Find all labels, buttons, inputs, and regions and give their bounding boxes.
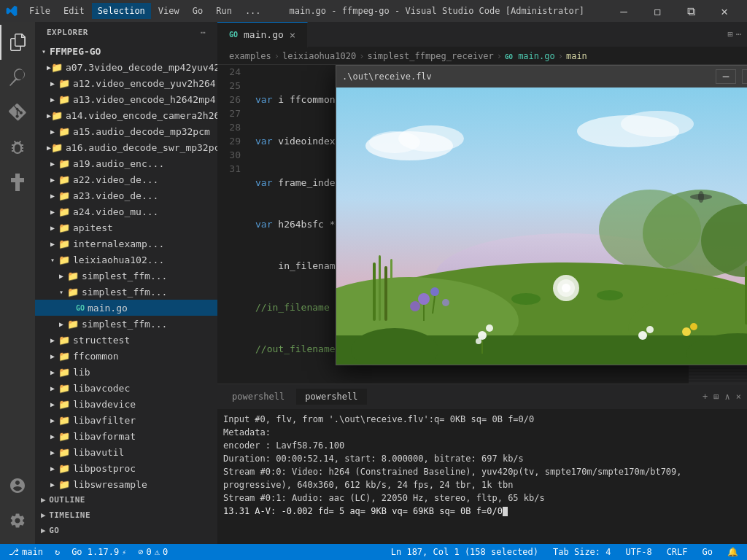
breadcrumb-part-3[interactable]: GO main.go	[505, 51, 555, 61]
list-item[interactable]: ▶📁 a24.video_mu...	[35, 203, 217, 219]
terminal-add-btn[interactable]: +	[703, 392, 708, 402]
more-actions-icon[interactable]: ⋯	[736, 29, 741, 39]
warning-count: 0	[163, 547, 168, 557]
list-item[interactable]: ▶📁 a19.audio_enc...	[35, 155, 217, 171]
sidebar-tree: ▾ FFMPEG-GO ▶📁 a07.3video_decode_mp42yuv…	[35, 43, 217, 544]
list-item[interactable]: ▶📁 lib	[35, 364, 217, 380]
floating-video-window[interactable]: .\out\receive.flv ─ □ ×	[336, 65, 747, 365]
activity-extensions[interactable]	[0, 165, 35, 200]
go-section[interactable]: ▶ GO	[35, 523, 217, 538]
menu-selection[interactable]: Selection	[92, 3, 151, 19]
menu-run[interactable]: Run	[210, 3, 238, 19]
list-item[interactable]: ▶📁 a22.video_de...	[35, 171, 217, 187]
list-item[interactable]: ▶📁 a12.video_encode_yuv2h264	[35, 75, 217, 91]
menu-edit[interactable]: Edit	[58, 3, 90, 19]
menu-go[interactable]: Go	[187, 3, 209, 19]
outline-section[interactable]: ▶ OUTLINE	[35, 492, 217, 508]
timeline-section[interactable]: ▶ TIMELINE	[35, 508, 217, 523]
list-item[interactable]: ▶📁 simplest_ffm...	[35, 316, 217, 332]
list-item[interactable]: ▶📁 ffcommon	[35, 348, 217, 364]
terminal-tabs: powershell powershell + ⊞ ∧ ×	[217, 384, 747, 410]
sidebar: EXPLORER ⋯ ▾ FFMPEG-GO ▶📁 a07.3video_dec…	[35, 22, 217, 544]
list-item[interactable]: ▾📁 simplest_ffm...	[35, 284, 217, 300]
branch-name: main	[22, 547, 43, 557]
sidebar-header-actions[interactable]: ⋯	[201, 28, 206, 37]
line-numbers: 24 25 26 27 28 29 30 31	[217, 65, 252, 384]
video-player	[336, 88, 747, 365]
menu-view[interactable]: View	[152, 3, 185, 19]
cursor-position[interactable]: Ln 187, Col 1 (158 selected)	[388, 544, 541, 560]
list-item[interactable]: ▶📁 libavformat	[35, 428, 217, 444]
activity-explorer[interactable]	[0, 25, 35, 60]
svg-point-35	[690, 323, 697, 330]
terminal-split-btn[interactable]: ⊞	[713, 392, 719, 402]
errors-indicator[interactable]: ⊘ 0 ⚠ 0	[135, 544, 171, 560]
go-version[interactable]: Go 1.17.9 ⚡	[69, 544, 129, 560]
encoding-indicator[interactable]: UTF-8	[623, 544, 655, 560]
list-item[interactable]: ▶📁 libavdevice	[35, 396, 217, 412]
branch-indicator[interactable]: ⎇ main	[6, 544, 46, 560]
notification-bell[interactable]: 🔔	[724, 544, 741, 560]
terminal-kill-btn[interactable]: ∧	[725, 392, 730, 402]
menu-more[interactable]: ...	[239, 3, 267, 19]
close-button[interactable]: ✕	[708, 0, 741, 22]
terminal-tab-2[interactable]: powershell	[296, 389, 366, 405]
terminal-content[interactable]: Input #0, flv, from '.\out\receive.flv':…	[217, 410, 747, 544]
list-item[interactable]: ▶📁 internalexamp...	[35, 236, 217, 252]
editor-area: GO main.go × ⊞ ⋯ examples › leixiaohua10…	[217, 22, 747, 544]
svg-rect-19	[390, 259, 392, 321]
tab-close[interactable]: ×	[290, 29, 295, 41]
list-item[interactable]: ▶📁 libavcodec	[35, 380, 217, 396]
terminal-line: Stream #0:1: Audio: aac (LC), 22050 Hz, …	[223, 491, 741, 505]
list-item[interactable]: ▶📁 a13.video_encode_h2642mp4	[35, 91, 217, 107]
activity-git[interactable]	[0, 95, 35, 130]
breadcrumb-part-4[interactable]: main	[566, 51, 587, 61]
tab-size-indicator[interactable]: Tab Size: 4	[550, 544, 614, 560]
breadcrumb-part-1[interactable]: leixiaohua1020	[282, 51, 356, 61]
floating-maximize-btn[interactable]: □	[742, 69, 747, 84]
list-item[interactable]: ▾📁 leixiaohua102...	[35, 252, 217, 268]
svg-point-11	[599, 190, 701, 270]
minimize-button[interactable]: ‒	[607, 0, 640, 22]
activity-accounts[interactable]	[0, 468, 35, 503]
list-item[interactable]: ▶📁 a14.video_encode_camera2h264	[35, 107, 217, 123]
tree-file-main-go[interactable]: ▶ GO main.go	[35, 300, 217, 316]
language-indicator[interactable]: Go	[700, 544, 716, 560]
list-item[interactable]: ▶📁 a23.video_de...	[35, 187, 217, 203]
svg-point-5	[621, 111, 694, 137]
floating-minimize-btn[interactable]: ─	[716, 69, 736, 84]
activity-search[interactable]	[0, 60, 35, 95]
list-item[interactable]: ▶📁 libswresample	[35, 476, 217, 492]
breadcrumb-part-0[interactable]: examples	[229, 51, 271, 61]
tree-root[interactable]: ▾ FFMPEG-GO	[35, 43, 217, 59]
sync-indicator[interactable]: ↻	[52, 544, 63, 560]
menu-bar: File Edit Selection View Go Run ...	[23, 3, 267, 19]
tab-bar: GO main.go × ⊞ ⋯	[217, 22, 747, 47]
list-item[interactable]: ▶📁 simplest_ffm...	[35, 268, 217, 284]
menu-file[interactable]: File	[23, 3, 56, 19]
list-item[interactable]: ▶📁 a15.audio_decode_mp32pcm	[35, 123, 217, 139]
breadcrumb-part-2[interactable]: simplest_ffmpeg_receiver	[367, 51, 493, 61]
line-ending-indicator[interactable]: CRLF	[664, 544, 691, 560]
restore-button[interactable]: ⧉	[674, 0, 708, 22]
list-item[interactable]: ▶📁 structtest	[35, 332, 217, 348]
tab-bar-actions: ⊞ ⋯	[728, 29, 747, 39]
activity-settings[interactable]	[0, 503, 35, 538]
list-item[interactable]: ▶📁 libavfilter	[35, 412, 217, 428]
list-item[interactable]: ▶📁 libavutil	[35, 444, 217, 460]
code-editor[interactable]: 24 25 26 27 28 29 30 31 var i ffcommon.F…	[217, 65, 747, 384]
tab-label: main.go	[244, 29, 284, 40]
list-item[interactable]: ▶📁 a07.3video_decode_mp42yuv420sp	[35, 59, 217, 75]
list-item[interactable]: ▶📁 a16.audio_decode_swr_mp32pcm	[35, 139, 217, 155]
terminal-line: Stream #0:0: Video: h264 (Constrained Ba…	[223, 465, 741, 491]
list-item[interactable]: ▶📁 libpostproc	[35, 460, 217, 476]
maximize-button[interactable]: ◻	[640, 0, 674, 22]
list-item[interactable]: ▶📁 apitest	[35, 219, 217, 236]
svg-point-25	[418, 293, 430, 305]
tab-main-go[interactable]: GO main.go ×	[217, 22, 308, 47]
activity-debug[interactable]	[0, 130, 35, 165]
terminal-close-btn[interactable]: ×	[736, 392, 741, 402]
terminal-tab-1[interactable]: powershell	[223, 389, 293, 405]
split-editor-icon[interactable]: ⊞	[728, 29, 733, 39]
status-bar-right: Ln 187, Col 1 (158 selected) Tab Size: 4…	[388, 544, 741, 560]
